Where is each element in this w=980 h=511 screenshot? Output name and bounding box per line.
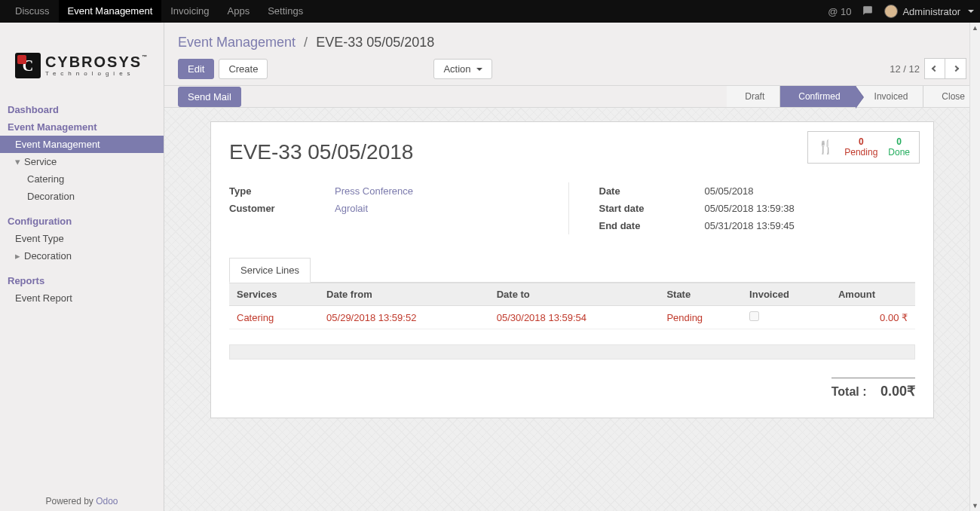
col-amount: Amount: [831, 283, 915, 306]
col-services: Services: [229, 283, 319, 306]
top-navbar: Discuss Event Management Invoicing Apps …: [0, 0, 980, 23]
form-sheet: 🍴 0Pending 0Done EVE-33 05/05/2018 TypeP…: [210, 121, 934, 418]
col-state: State: [659, 283, 742, 306]
field-customer[interactable]: Agrolait: [335, 203, 368, 214]
scroll-up-arrow-icon[interactable]: ▲: [970, 23, 980, 33]
nav-settings[interactable]: Settings: [259, 0, 312, 23]
field-date: 05/05/2018: [705, 185, 754, 197]
cell-amount: 0.00 ₹: [831, 306, 915, 329]
col-invoiced: Invoiced: [742, 283, 831, 306]
chevron-down-icon: ▾: [15, 156, 23, 167]
tab-service-lines[interactable]: Service Lines: [229, 258, 311, 283]
sheet-background: 🍴 0Pending 0Done EVE-33 05/05/2018 TypeP…: [164, 108, 980, 511]
nav-invoicing[interactable]: Invoicing: [161, 0, 218, 23]
at-mentions-counter[interactable]: @ 10: [828, 6, 851, 17]
odoo-link[interactable]: Odoo: [96, 496, 118, 506]
pager-prev-button[interactable]: [924, 58, 945, 79]
label-customer: Customer: [229, 203, 335, 214]
edit-button[interactable]: Edit: [178, 59, 214, 79]
cutlery-icon: 🍴: [817, 139, 834, 155]
pager-next-button[interactable]: [945, 58, 966, 79]
sidebar-dashboard[interactable]: Dashboard: [0, 101, 164, 118]
cell-service: Catering: [229, 306, 319, 329]
chevron-right-icon: ▸: [15, 250, 23, 262]
pager-text: 12 / 12: [890, 63, 920, 75]
label-start-date: Start date: [599, 203, 705, 214]
breadcrumb: Event Management / EVE-33 05/05/2018: [178, 30, 966, 58]
sidebar: C CYBROSYS™ Technologies Dashboard Event…: [0, 23, 164, 511]
cell-invoiced: [742, 306, 831, 329]
nav-discuss[interactable]: Discuss: [6, 0, 59, 23]
status-draft[interactable]: Draft: [727, 86, 779, 107]
stat-button[interactable]: 🍴 0Pending 0Done: [807, 131, 920, 164]
table-row[interactable]: Catering 05/29/2018 13:59:52 05/30/2018 …: [229, 306, 915, 329]
content-header: Event Management / EVE-33 05/05/2018 Edi…: [164, 23, 980, 85]
sidebar-reports[interactable]: Reports: [0, 272, 164, 289]
sidebar-event-management-header[interactable]: Event Management: [0, 118, 164, 136]
caret-down-icon: [476, 68, 482, 71]
sidebar-configuration[interactable]: Configuration: [0, 213, 164, 230]
user-name: Administrator: [902, 6, 960, 17]
invoiced-checkbox: [749, 311, 759, 321]
label-end-date: End date: [599, 220, 705, 231]
chat-icon[interactable]: [862, 5, 874, 18]
sidebar-item-event-report[interactable]: Event Report: [0, 289, 164, 307]
vertical-scrollbar[interactable]: ▲ ▼: [969, 23, 980, 511]
col-date-from: Date from: [319, 283, 489, 306]
chevron-right-icon: [952, 66, 958, 72]
cell-state: Pending: [659, 306, 742, 329]
send-mail-button[interactable]: Send Mail: [178, 87, 241, 107]
label-type: Type: [229, 185, 335, 197]
sidebar-item-event-type[interactable]: Event Type: [0, 230, 164, 247]
breadcrumb-separator: /: [304, 35, 308, 50]
logo-name: CYBROSYS: [45, 54, 142, 70]
nav-event-management[interactable]: Event Management: [59, 0, 162, 23]
cell-date-from: 05/29/2018 13:59:52: [319, 306, 489, 329]
sidebar-item-service[interactable]: ▾Service: [0, 153, 164, 170]
service-lines-table: Services Date from Date to State Invoice…: [229, 283, 915, 329]
caret-down-icon: [968, 10, 974, 13]
main-content: Event Management / EVE-33 05/05/2018 Edi…: [164, 23, 980, 511]
notebook-tabs: Service Lines: [229, 257, 915, 283]
action-dropdown[interactable]: Action: [433, 59, 492, 79]
sidebar-item-event-management[interactable]: Event Management: [0, 136, 164, 153]
user-menu[interactable]: Administrator: [884, 5, 974, 18]
status-bar: Send Mail Draft Confirmed Invoiced Close: [164, 85, 980, 108]
field-start-date: 05/05/2018 13:59:38: [705, 203, 795, 214]
breadcrumb-current: EVE-33 05/05/2018: [316, 35, 434, 50]
table-footer-strip: [229, 344, 915, 360]
avatar-icon: [884, 5, 898, 18]
total-row: Total : 0.00₹: [831, 378, 915, 399]
company-logo: C CYBROSYS™ Technologies: [0, 23, 164, 101]
breadcrumb-link[interactable]: Event Management: [178, 35, 296, 50]
nav-apps[interactable]: Apps: [219, 0, 259, 23]
logo-tagline: Technologies: [45, 71, 135, 77]
sidebar-footer: Powered by Odoo: [0, 496, 164, 506]
sidebar-item-decoration-config[interactable]: ▸Decoration: [0, 247, 164, 265]
scroll-down-arrow-icon[interactable]: ▼: [970, 500, 980, 511]
sidebar-item-decoration[interactable]: Decoration: [0, 188, 164, 205]
logo-mark-icon: C: [15, 53, 41, 78]
col-date-to: Date to: [489, 283, 660, 306]
chevron-left-icon: [932, 66, 938, 72]
label-date: Date: [599, 185, 705, 197]
create-button[interactable]: Create: [219, 59, 268, 79]
status-confirmed[interactable]: Confirmed: [779, 86, 855, 107]
cell-date-to: 05/30/2018 13:59:54: [489, 306, 660, 329]
field-type[interactable]: Press Conference: [335, 185, 413, 197]
sidebar-item-catering[interactable]: Catering: [0, 170, 164, 188]
field-end-date: 05/31/2018 13:59:45: [705, 220, 795, 231]
status-invoiced[interactable]: Invoiced: [856, 86, 923, 107]
